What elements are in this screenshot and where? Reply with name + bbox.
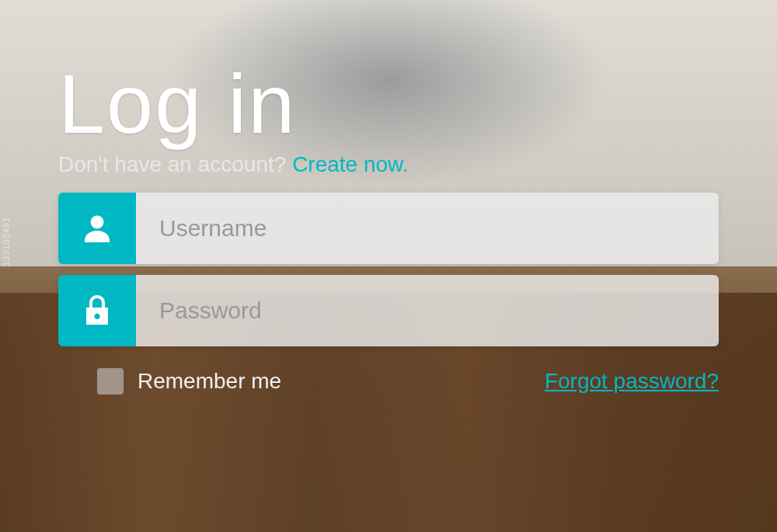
username-input[interactable] — [136, 193, 719, 264]
remember-label: Remember me — [138, 369, 281, 394]
lock-icon — [58, 275, 136, 346]
subtitle-text: Don't have an account? — [58, 152, 286, 176]
options-row: Remember me Forgot password? — [58, 368, 719, 395]
create-account-link[interactable]: Create now. — [292, 152, 408, 176]
password-row — [58, 275, 719, 346]
username-row — [58, 193, 719, 264]
page-title: Log in — [58, 62, 719, 146]
forgot-password-link[interactable]: Forgot password? — [545, 369, 719, 394]
password-input[interactable] — [136, 275, 719, 346]
watermark: 133192491 — [2, 216, 11, 266]
user-icon — [58, 193, 136, 264]
remember-group: Remember me — [97, 368, 281, 395]
login-panel: Log in Don't have an account? Create now… — [58, 62, 719, 395]
svg-point-0 — [91, 216, 104, 229]
remember-checkbox[interactable] — [97, 368, 124, 395]
subtitle-row: Don't have an account? Create now. — [58, 152, 719, 177]
